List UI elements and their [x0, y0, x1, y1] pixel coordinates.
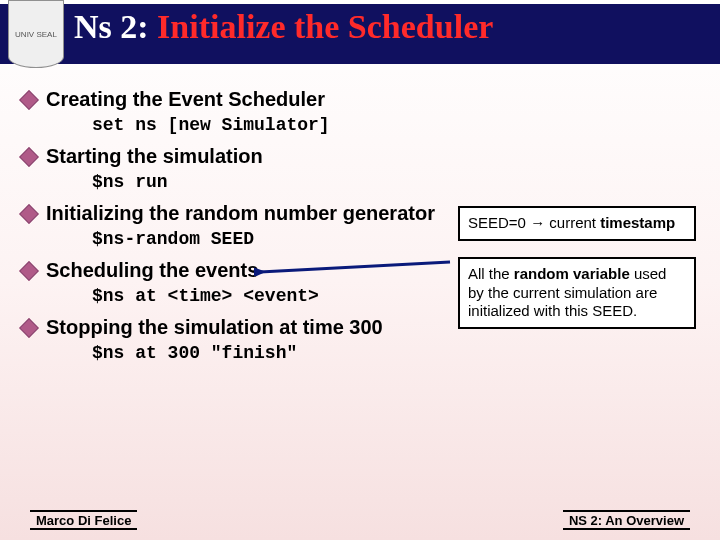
callout-random-variable: All the random variable used by the curr… — [458, 257, 696, 329]
diamond-icon — [22, 321, 36, 335]
diamond-icon — [22, 150, 36, 164]
callout1-rest: current — [545, 214, 600, 231]
code-ns-run: $ns run — [92, 172, 698, 192]
arrow-right-icon: → — [530, 214, 545, 231]
bullet-text: Stopping the simulation at time 300 — [46, 316, 383, 339]
callout2-b1: random variable — [514, 265, 630, 282]
footer-title: NS 2: An Overview — [563, 510, 690, 530]
title-rest: Initialize the Scheduler — [149, 8, 494, 45]
bullet-text: Starting the simulation — [46, 145, 263, 168]
code-new-simulator: set ns [new Simulator] — [92, 115, 698, 135]
callout2-p1: All the — [468, 265, 514, 282]
bullet-start-sim: Starting the simulation — [22, 145, 698, 168]
bullet-text: Initializing the random number generator — [46, 202, 435, 225]
footer-author: Marco Di Felice — [30, 510, 137, 530]
callout1-seed: SEED=0 — [468, 214, 530, 231]
diamond-icon — [22, 93, 36, 107]
diamond-icon — [22, 264, 36, 278]
callout-seed-zero: SEED=0 → current timestamp — [458, 206, 696, 241]
footer: Marco Di Felice NS 2: An Overview — [0, 510, 720, 530]
bullet-text: Creating the Event Scheduler — [46, 88, 325, 111]
code-ns-finish: $ns at 300 "finish" — [92, 343, 698, 363]
callouts: SEED=0 → current timestamp All the rando… — [458, 206, 696, 345]
crest-placeholder: UNIV SEAL — [15, 30, 57, 39]
slide-title: Ns 2: Initialize the Scheduler — [74, 8, 714, 46]
title-prefix: Ns 2: — [74, 8, 149, 45]
bullet-text: Scheduling the events — [46, 259, 258, 282]
callout1-bold: timestamp — [600, 214, 675, 231]
bullet-create-scheduler: Creating the Event Scheduler — [22, 88, 698, 111]
diamond-icon — [22, 207, 36, 221]
university-crest: UNIV SEAL — [8, 0, 64, 68]
slide: UNIV SEAL Ns 2: Initialize the Scheduler… — [0, 0, 720, 540]
